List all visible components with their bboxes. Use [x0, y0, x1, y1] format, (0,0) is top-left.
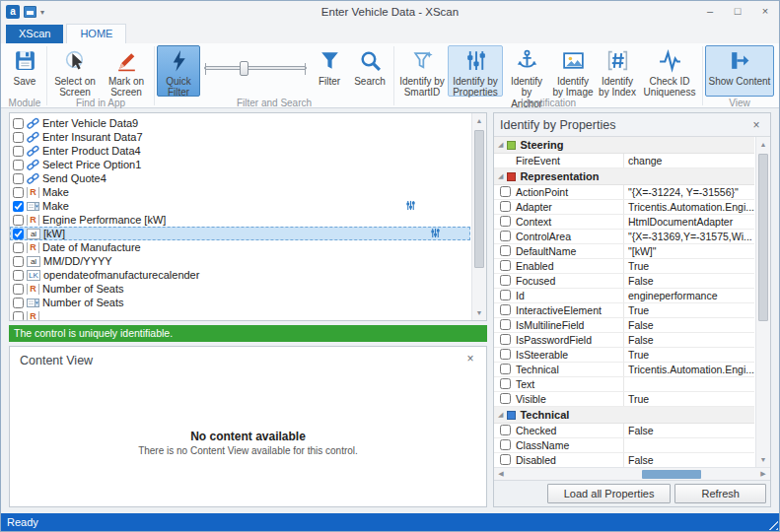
identify-by-anchor-button[interactable]: Identify by Anchor: [503, 45, 550, 97]
tree-row[interactable]: Select Price Option1: [10, 158, 470, 171]
property-checkbox[interactable]: [500, 260, 511, 271]
property-row[interactable]: DisabledFalse: [494, 453, 754, 467]
property-checkbox[interactable]: [500, 334, 511, 345]
property-row[interactable]: Text: [494, 377, 754, 392]
property-row[interactable]: InteractiveElementTrue: [494, 303, 754, 318]
filter-button[interactable]: Filter: [311, 45, 348, 97]
property-row[interactable]: Idengineperformance: [494, 289, 754, 303]
tree-row-checkbox[interactable]: [13, 215, 24, 226]
tree-scrollbar-thumb[interactable]: [474, 130, 484, 268]
tree-row[interactable]: Enter Product Data4: [10, 144, 470, 158]
property-checkbox[interactable]: [500, 186, 511, 197]
tab-home[interactable]: HOME: [66, 24, 126, 43]
tree-row-checkbox[interactable]: [13, 256, 24, 267]
tree-row-checkbox[interactable]: [13, 160, 24, 170]
scroll-up-icon[interactable]: ▲: [756, 137, 770, 152]
tree-row[interactable]: REngine Performance [kW]: [10, 213, 470, 227]
scroll-right-icon[interactable]: ▶: [756, 468, 770, 480]
filter-slider[interactable]: [204, 45, 307, 91]
properties-scrollbar[interactable]: ▲ ▼: [755, 137, 770, 467]
property-checkbox[interactable]: [500, 304, 511, 315]
minimize-button[interactable]: –: [696, 2, 724, 22]
tree-row-checkbox[interactable]: [13, 187, 24, 198]
tree-row[interactable]: LKopendateofmanufacturecalender: [10, 268, 470, 282]
property-row[interactable]: ClassName: [494, 438, 754, 453]
section-header-representation[interactable]: ◢Representation: [494, 168, 754, 185]
property-checkbox[interactable]: [500, 319, 511, 330]
property-row[interactable]: TechnicalTricentis.Automation.Engi...: [494, 363, 754, 377]
property-checkbox[interactable]: [500, 439, 511, 450]
tree-row[interactable]: R: [10, 309, 470, 320]
close-button[interactable]: ×: [751, 2, 779, 22]
tree-scrollbar[interactable]: ▲ ▼: [471, 113, 486, 320]
tree-row[interactable]: RMake: [10, 185, 470, 199]
filter-slider-track[interactable]: [204, 66, 307, 70]
maximize-button[interactable]: □: [724, 2, 751, 22]
quick-access-dropdown-icon[interactable]: ▾: [40, 8, 44, 17]
scroll-down-icon[interactable]: ▼: [756, 452, 770, 467]
property-checkbox[interactable]: [500, 364, 511, 374]
property-checkbox[interactable]: [500, 393, 511, 404]
property-checkbox[interactable]: [500, 349, 511, 360]
property-row[interactable]: ControlArea"{X=-31369,Y=-31575,Wi...: [494, 230, 754, 244]
content-view-close-icon[interactable]: ×: [462, 352, 478, 366]
resize-grip[interactable]: [765, 517, 778, 530]
title-bar[interactable]: Enter Vehicle Data - XScan a ▾ – □ ×: [1, 1, 779, 23]
tree-row[interactable]: Number of Seats: [10, 296, 470, 309]
tree-row-checkbox[interactable]: [13, 132, 24, 143]
scroll-left-icon[interactable]: ◀: [494, 468, 508, 480]
property-row[interactable]: IsSteerableTrue: [494, 348, 754, 363]
tree-row-checkbox[interactable]: [13, 242, 24, 253]
property-checkbox[interactable]: [500, 216, 511, 227]
save-button[interactable]: Save: [5, 45, 44, 97]
property-checkbox[interactable]: [500, 245, 511, 256]
show-content-button[interactable]: Show Content: [705, 45, 774, 97]
check-id-uniqueness-button[interactable]: Check ID Uniqueness: [639, 45, 700, 97]
property-row[interactable]: DefaultName"[kW]": [494, 244, 754, 259]
identify-by-index-button[interactable]: Identify by Index: [596, 45, 639, 97]
tree-row-checkbox[interactable]: [13, 146, 24, 157]
tree-row[interactable]: Enter Vehicle Data9: [10, 116, 470, 130]
property-row[interactable]: FireEventchange: [494, 154, 754, 168]
tree-row[interactable]: RNumber of Seats: [10, 282, 470, 296]
tree-row-checkbox[interactable]: [13, 201, 24, 212]
properties-hscrollbar[interactable]: ◀ ▶: [494, 467, 770, 480]
property-row[interactable]: FocusedFalse: [494, 274, 754, 289]
tree-row[interactable]: Send Quote4: [10, 171, 470, 185]
property-row[interactable]: VisibleTrue: [494, 392, 754, 407]
tree-row[interactable]: Enter Insurant Data7: [10, 130, 470, 144]
tab-xscan[interactable]: XScan: [6, 25, 63, 43]
property-row[interactable]: ContextHtmlDocumentAdapter: [494, 215, 754, 230]
scroll-up-icon[interactable]: ▲: [472, 113, 486, 128]
quick-filter-button[interactable]: Quick Filter: [157, 45, 200, 97]
property-checkbox[interactable]: [500, 290, 511, 300]
mark-on-screen-button[interactable]: Mark on Screen: [101, 45, 152, 97]
property-checkbox[interactable]: [500, 425, 511, 435]
search-button[interactable]: Search: [348, 45, 391, 97]
tree-row[interactable]: alMM/DD/YYYY: [10, 254, 470, 268]
property-checkbox[interactable]: [500, 454, 511, 465]
quick-access-save-icon[interactable]: [24, 6, 36, 18]
tree-row-checkbox[interactable]: [13, 118, 24, 129]
tree-row-selected[interactable]: al[kW]: [10, 227, 470, 240]
tree-row-checkbox[interactable]: [13, 229, 24, 239]
properties-panel-close-icon[interactable]: ×: [748, 118, 764, 132]
property-row[interactable]: ActionPoint"{X=-31224, Y=-31556}": [494, 185, 754, 200]
load-all-properties-button[interactable]: Load all Properties: [547, 484, 672, 503]
property-row[interactable]: AdapterTricentis.Automation.Engi...: [494, 200, 754, 215]
identify-by-properties-button[interactable]: Identify by Properties: [448, 45, 503, 97]
tree-row-checkbox[interactable]: [13, 173, 24, 184]
tree-row-checkbox[interactable]: [13, 298, 24, 308]
property-row[interactable]: IsMultilineFieldFalse: [494, 318, 754, 333]
tree-row[interactable]: Make: [10, 199, 470, 213]
refresh-button[interactable]: Refresh: [674, 484, 766, 503]
property-checkbox[interactable]: [500, 378, 511, 389]
tree-row-checkbox[interactable]: [13, 311, 24, 321]
properties-scrollbar-thumb[interactable]: [758, 154, 768, 321]
section-header-steering[interactable]: ◢Steering: [494, 137, 754, 154]
property-row[interactable]: CheckedFalse: [494, 424, 754, 438]
tree-row-checkbox[interactable]: [13, 270, 24, 281]
section-header-technical[interactable]: ◢Technical: [494, 407, 754, 424]
property-row[interactable]: EnabledTrue: [494, 259, 754, 274]
select-on-screen-button[interactable]: Select on Screen: [49, 45, 101, 97]
